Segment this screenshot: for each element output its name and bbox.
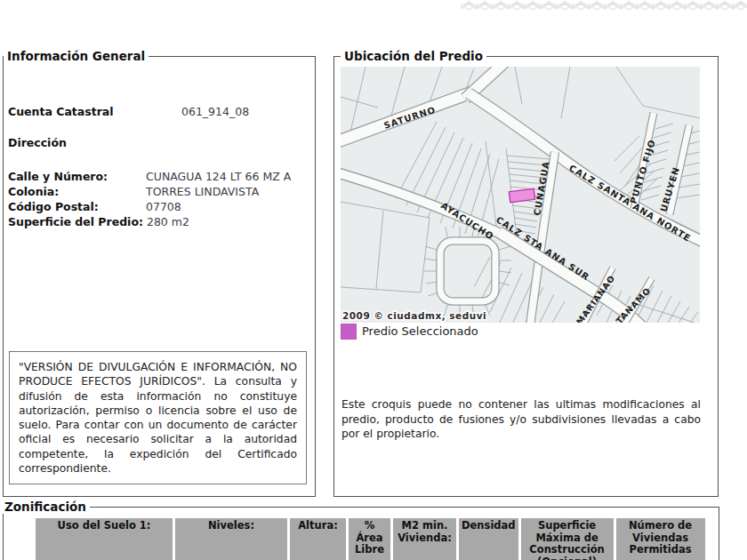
croquis-note: Este croquis puede no contener las ultim…: [341, 397, 701, 442]
info-general-legend: Información General: [4, 49, 149, 63]
zonificacion-legend: Zonificación: [1, 500, 90, 514]
col-numero-viviendas: Número de Viviendas Permitidas: [616, 518, 705, 560]
col-superficie-maxima: Superficie Máxima de Construcción (Opcio…: [521, 518, 614, 560]
selected-predio-parcel: [509, 188, 534, 202]
ubicacion-legend: Ubicación del Predio: [341, 49, 486, 63]
map-attribution: 2009 © ciudadmx, seduvi: [342, 310, 486, 321]
address-row: Superficie del Predio:280 m2: [8, 213, 291, 228]
address-row: Código Postal:07708: [8, 198, 291, 213]
col-densidad: Densidad: [459, 518, 518, 560]
colonia-label: Colonia:: [8, 184, 146, 199]
cuenta-catastral-value: 061_914_08: [181, 105, 249, 118]
predio-map: SATURNO CUNAGUA CALZ SANTA ANA NORTE PUN…: [341, 67, 700, 323]
superficie-label: Superficie del Predio:: [8, 214, 143, 229]
info-general-fieldset: Información General Cuenta Catastral 061…: [3, 56, 316, 497]
page: { "decor": { "icon": "zigzag-pattern" },…: [0, 0, 747, 560]
col-uso-del-suelo: Uso del Suelo 1:: [36, 518, 173, 560]
codigo-postal-value: 07708: [146, 200, 181, 213]
codigo-postal-label: Código Postal:: [8, 199, 146, 214]
address-fields: Calle y Número:CUNAGUA 124 LT 66 MZ A Co…: [8, 168, 291, 228]
calle-numero-label: Calle y Número:: [8, 169, 146, 184]
legal-disclaimer: "VERSIÓN DE DIVULGACIÓN E INFORMACIÓN, N…: [9, 351, 307, 484]
predio-swatch: [341, 324, 357, 340]
address-row: Calle y Número:CUNAGUA 124 LT 66 MZ A: [8, 168, 291, 183]
zonificacion-table: Uso del Suelo 1: Niveles: Altura: % Área…: [33, 516, 708, 560]
map-legend: Predio Seleccionado: [341, 323, 478, 338]
ubicacion-fieldset: Ubicación del Predio: [333, 56, 719, 497]
cuenta-catastral-label: Cuenta Catastral: [8, 105, 114, 118]
col-m2-min-vivienda: M2 min. Vivienda:: [393, 518, 456, 560]
map-legend-label: Predio Seleccionado: [362, 324, 478, 338]
col-altura: Altura:: [290, 518, 346, 560]
direccion-heading: Dirección: [8, 136, 67, 149]
zigzag-pattern-icon: [461, 0, 747, 12]
calle-numero-value: CUNAGUA 124 LT 66 MZ A: [146, 170, 291, 183]
street-map-image: SATURNO CUNAGUA CALZ SANTA ANA NORTE PUN…: [341, 67, 700, 323]
zonificacion-header-row: Uso del Suelo 1: Niveles: Altura: % Área…: [36, 518, 705, 560]
colonia-value: TORRES LINDAVISTA: [146, 185, 259, 198]
col-niveles: Niveles:: [175, 518, 287, 560]
superficie-value: 280 m2: [147, 215, 189, 228]
col-area-libre: % Área Libre: [349, 518, 390, 560]
address-row: Colonia:TORRES LINDAVISTA: [8, 183, 291, 198]
zonificacion-fieldset: Zonificación Uso del Suelo 1: Niveles: A…: [3, 507, 719, 560]
